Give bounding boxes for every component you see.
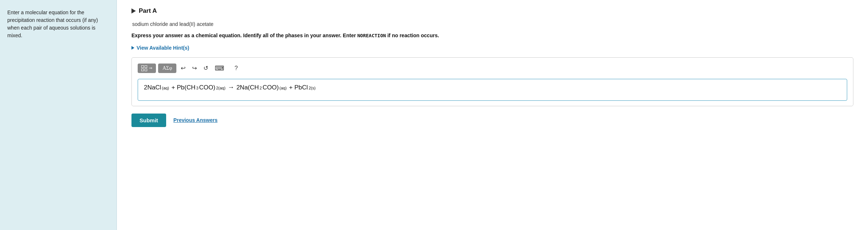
submit-button[interactable]: Submit (131, 114, 166, 127)
hint-link[interactable]: View Available Hint(s) (131, 45, 853, 51)
part-header: Part A (131, 7, 853, 15)
template-arrow-icon: ⇒ (149, 66, 152, 70)
help-button[interactable]: ? (232, 64, 240, 73)
instruction-text: Enter a molecular equation for the preci… (7, 9, 109, 39)
symbol-button[interactable]: ΑΣφ (158, 64, 176, 73)
redo-button[interactable]: ↪ (190, 63, 199, 73)
equation-input[interactable]: 2NaCl(aq) + Pb(CH3 COO)2(aq) → 2Na(CH2 C… (138, 79, 847, 101)
eq-sub3: 2(aq) (216, 86, 226, 90)
editor-box: ⇒ ΑΣφ ↩ ↪ ↺ ⌨ ? 2NaCl(aq) + Pb(CH3 COO)2… (131, 57, 853, 106)
subtitle: sodium chloride and lead(II) acetate (132, 21, 853, 27)
instructions-bold: Express your answer as a chemical equati… (131, 32, 439, 38)
eq-part3: 2Na(CH (236, 84, 259, 91)
right-panel: Part A sodium chloride and lead(II) acet… (117, 0, 868, 230)
footer-row: Submit Previous Answers (131, 114, 853, 127)
template-button[interactable]: ⇒ (138, 64, 156, 73)
previous-answers-link[interactable]: Previous Answers (173, 117, 218, 123)
eq-sub4: 2 (260, 86, 262, 90)
eq-part1: 2NaCl (144, 84, 161, 91)
eq-sub2: 3 (196, 86, 198, 90)
eq-sub1: (aq) (162, 86, 169, 90)
eq-plus2: + PbCl (287, 84, 308, 91)
left-panel: Enter a molecular equation for the preci… (0, 0, 117, 230)
eq-arrow: → (227, 84, 234, 91)
eq-part2: COO) (199, 84, 215, 91)
template-icon (141, 65, 147, 71)
eq-part4: COO) (263, 84, 279, 91)
keyboard-button[interactable]: ⌨ (213, 63, 226, 74)
eq-sub5: (aq) (279, 86, 287, 90)
eq-sub6: 2(s) (309, 86, 316, 90)
toolbar: ⇒ ΑΣφ ↩ ↪ ↺ ⌨ ? (138, 63, 847, 74)
hint-link-text: View Available Hint(s) (137, 45, 189, 51)
undo-button[interactable]: ↩ (179, 63, 188, 73)
instructions: Express your answer as a chemical equati… (131, 31, 853, 40)
refresh-button[interactable]: ↺ (201, 63, 210, 73)
eq-plus1: + Pb(CH (170, 84, 195, 91)
hint-triangle-icon (131, 46, 134, 50)
part-title: Part A (139, 7, 157, 15)
collapse-icon[interactable] (131, 8, 136, 14)
